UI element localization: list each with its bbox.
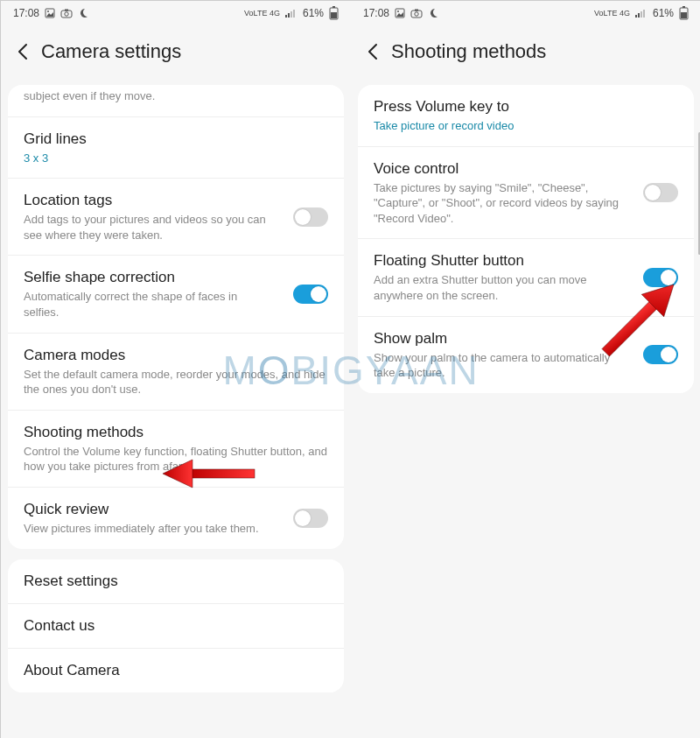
gallery-icon [45,8,55,18]
header: Camera settings [1,25,351,85]
svg-rect-6 [288,13,290,18]
status-bar: 17:08 VoLTE 4G 61% [351,1,700,25]
row-sub: subject even if they move. [24,88,328,104]
row-volume-key[interactable]: Press Volume key to Take picture or reco… [358,85,694,146]
svg-point-3 [65,12,68,16]
row-quick-review[interactable]: Quick review View pictures immediately a… [8,487,344,549]
svg-rect-25 [682,6,685,8]
page-title: Shooting methods [391,40,546,63]
header: Shooting methods [351,25,700,85]
shooting-methods-card: Press Volume key to Take picture or reco… [358,85,694,393]
row-sub: Add tags to your pictures and videos so … [24,212,276,242]
status-network: VoLTE 4G [244,10,280,18]
svg-rect-4 [65,10,68,11]
camera-icon [410,8,423,18]
status-time: 17:08 [363,7,389,19]
row-title: Contact us [24,616,328,636]
row-sub: Set the default camera mode, reorder you… [24,367,328,397]
status-left: 17:08 [13,7,88,19]
toggle-floating-shutter[interactable] [643,268,678,287]
signal-icon [635,9,648,18]
svg-rect-7 [290,11,292,18]
toggle-selfie-shape[interactable] [293,285,328,304]
camera-icon [60,8,73,18]
row-title: Show palm [374,329,626,348]
svg-rect-20 [638,13,640,18]
svg-rect-24 [681,12,687,18]
svg-rect-5 [285,15,287,18]
status-bar: 17:08 VoLTE 4G 61% [1,1,351,25]
row-voice-control[interactable]: Voice control Take pictures by saying "S… [358,146,694,239]
status-left: 17:08 [363,7,438,19]
status-right: VoLTE 4G 61% [594,6,689,20]
back-button[interactable] [356,34,391,69]
screenshot-pair: 17:08 VoLTE 4G 61% [0,0,700,738]
svg-rect-8 [293,10,295,18]
row-sub: 3 x 3 [24,151,328,166]
row-reset-settings[interactable]: Reset settings [8,559,344,603]
row-sub: Control the Volume key function, floatin… [24,444,328,474]
phone-left: 17:08 VoLTE 4G 61% [1,1,351,738]
settings-card-2: Reset settings Contact us About Camera [8,559,344,692]
svg-rect-22 [643,10,645,18]
svg-point-15 [397,11,399,12]
chevron-left-icon [14,42,33,61]
phone-right: 17:08 VoLTE 4G 61% [351,1,700,738]
row-about-camera[interactable]: About Camera [8,648,344,692]
moon-icon [78,8,88,18]
svg-rect-18 [415,10,418,11]
row-truncated-prev[interactable]: subject even if they move. [8,85,344,116]
svg-rect-19 [635,15,637,18]
row-sub: Automatically correct the shape of faces… [24,289,276,320]
row-sub: Take picture or record video [374,118,678,134]
toggle-location-tags[interactable] [293,207,328,227]
toggle-show-palm[interactable] [643,345,678,364]
battery-icon [679,6,689,20]
svg-rect-11 [332,6,335,8]
svg-point-17 [415,12,418,16]
row-title: Quick review [24,500,276,519]
row-location-tags[interactable]: Location tags Add tags to your pictures … [8,178,344,255]
signal-icon [285,9,298,18]
row-sub: Show your palm to the camera to automati… [374,350,626,381]
toggle-voice-control[interactable] [643,183,678,202]
row-floating-shutter[interactable]: Floating Shutter button Add an extra Shu… [358,238,694,315]
battery-icon [329,6,339,20]
gallery-icon [395,8,405,18]
status-time: 17:08 [13,7,39,19]
svg-rect-2 [61,11,72,18]
svg-rect-16 [411,11,422,18]
row-shooting-methods[interactable]: Shooting methods Control the Volume key … [8,410,344,487]
status-battery-pct: 61% [303,7,324,19]
row-title: Grid lines [24,130,328,149]
row-sub: Take pictures by saying "Smile", "Cheese… [374,180,626,227]
settings-card-1: subject even if they move. Grid lines 3 … [8,85,344,549]
row-contact-us[interactable]: Contact us [8,603,344,648]
chevron-left-icon [364,42,383,61]
status-network: VoLTE 4G [594,10,630,18]
moon-icon [428,8,438,18]
row-selfie-shape[interactable]: Selfie shape correction Automatically co… [8,255,344,332]
row-show-palm[interactable]: Show palm Show your palm to the camera t… [358,316,694,393]
row-camera-modes[interactable]: Camera modes Set the default camera mode… [8,333,344,410]
row-title: Reset settings [24,572,328,591]
row-title: Selfie shape correction [24,268,276,287]
row-title: Floating Shutter button [374,251,626,271]
row-sub: Add an extra Shutter button you can move… [374,272,626,303]
row-title: Shooting methods [24,423,328,442]
svg-rect-10 [331,12,337,18]
page-title: Camera settings [41,40,181,63]
status-battery-pct: 61% [653,7,674,19]
back-button[interactable] [6,34,41,69]
svg-rect-21 [640,11,642,18]
svg-point-1 [47,11,49,12]
row-grid-lines[interactable]: Grid lines 3 x 3 [8,116,344,179]
row-title: Press Volume key to [374,97,678,116]
row-sub: View pictures immediately after you take… [24,521,276,537]
row-title: About Camera [24,661,328,680]
row-title: Voice control [374,159,626,179]
row-title: Camera modes [24,346,328,365]
row-title: Location tags [24,191,276,210]
status-right: VoLTE 4G 61% [244,6,339,20]
toggle-quick-review[interactable] [293,509,328,528]
